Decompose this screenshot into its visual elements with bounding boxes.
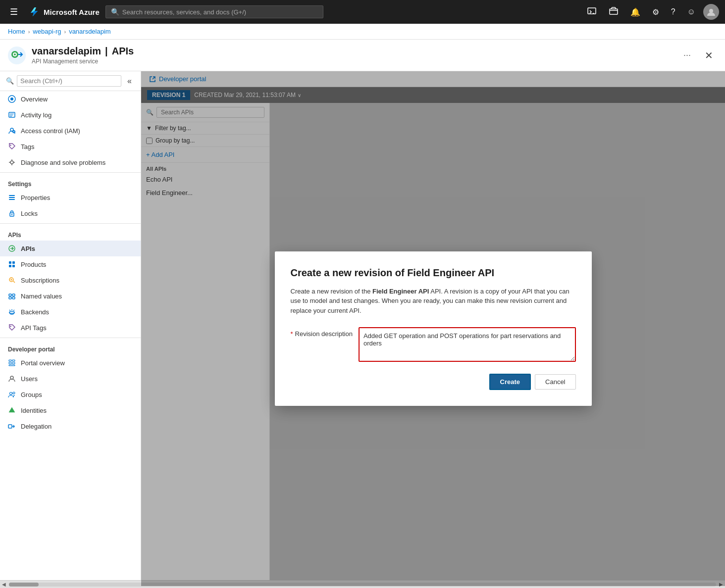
svg-point-35 — [10, 376, 13, 379]
hamburger-icon[interactable]: ☰ — [6, 4, 22, 19]
topbar: ☰ Microsoft Azure 🔍 Search resources, se… — [0, 0, 725, 24]
create-button[interactable]: Create — [489, 374, 531, 390]
modal-overlay: Create a new revision of Field Engineer … — [141, 87, 725, 586]
svg-rect-33 — [12, 362, 15, 364]
svg-point-28 — [9, 311, 14, 313]
sidebar-item-access-control[interactable]: Access control (IAM) — [0, 123, 141, 139]
scroll-left-arrow[interactable]: ◀ — [0, 582, 8, 587]
sidebar-item-groups[interactable]: Groups — [0, 387, 141, 402]
svg-rect-16 — [9, 199, 15, 200]
locks-icon — [8, 209, 16, 217]
sidebar-item-backends[interactable]: Backends — [0, 304, 141, 320]
sidebar: 🔍 « Overview Activity log Access control… — [0, 71, 141, 586]
breadcrumb-sep-2: › — [64, 29, 66, 35]
settings-icon[interactable]: ⚙ — [648, 4, 663, 20]
sidebar-item-named-values[interactable]: Named values — [0, 288, 141, 304]
svg-point-8 — [10, 98, 13, 100]
sidebar-item-locks[interactable]: Locks — [0, 205, 141, 221]
svg-rect-1 — [610, 9, 618, 14]
sidebar-item-label-portal-overview: Portal overview — [21, 359, 65, 367]
sidebar-item-users[interactable]: Users — [0, 371, 141, 387]
portal-overview-icon — [8, 359, 16, 367]
sidebar-item-diagnose[interactable]: Diagnose and solve problems — [0, 154, 141, 170]
sidebar-item-properties[interactable]: Properties — [0, 190, 141, 205]
cancel-button[interactable]: Cancel — [535, 374, 575, 390]
svg-point-18 — [11, 214, 12, 215]
sidebar-item-label-overview: Overview — [21, 96, 48, 103]
subscriptions-icon — [8, 276, 16, 284]
svg-rect-22 — [9, 265, 11, 267]
main-layout: 🔍 « Overview Activity log Access control… — [0, 71, 725, 586]
breadcrumb-home[interactable]: Home — [8, 28, 25, 35]
overview-icon — [8, 95, 16, 103]
cloud-shell-icon[interactable] — [583, 3, 601, 21]
search-placeholder-text: Search resources, services, and docs (G+… — [122, 8, 246, 16]
sidebar-item-apis[interactable]: APIs — [0, 241, 141, 256]
svg-rect-14 — [9, 195, 15, 196]
svg-rect-20 — [9, 261, 11, 264]
scrollbar-thumb[interactable] — [9, 583, 39, 587]
svg-point-2 — [709, 9, 713, 13]
field-label: * Revision description — [291, 327, 353, 338]
app-name: Microsoft Azure — [44, 8, 100, 16]
svg-rect-21 — [12, 261, 15, 264]
breadcrumb: Home › webapi-rg › vanarsdelapim — [0, 24, 725, 40]
field-label-text: Revision description — [295, 330, 353, 338]
products-icon — [8, 260, 16, 268]
svg-point-12 — [10, 145, 11, 146]
svg-rect-25 — [12, 294, 15, 296]
sidebar-item-activity-log[interactable]: Activity log — [0, 107, 141, 123]
section-name: APIs — [112, 46, 134, 57]
sidebar-item-api-tags[interactable]: API Tags — [0, 320, 141, 336]
sidebar-search-input[interactable] — [17, 75, 121, 87]
breadcrumb-current[interactable]: vanarsdelapim — [69, 28, 111, 35]
delegation-icon — [8, 422, 16, 430]
sidebar-item-label-api-tags: API Tags — [21, 324, 47, 332]
sidebar-item-label-apis: APIs — [21, 245, 35, 252]
apis-area: REVISION 1 CREATED Mar 29, 2021, 11:53:0… — [141, 87, 725, 586]
sidebar-collapse-button[interactable]: « — [124, 76, 135, 87]
help-icon[interactable]: ? — [667, 4, 679, 19]
sidebar-item-label-tags: Tags — [21, 143, 34, 150]
sidebar-item-label-delegation: Delegation — [21, 423, 52, 430]
create-revision-modal: Create a new revision of Field Engineer … — [275, 251, 592, 406]
directory-icon[interactable] — [605, 3, 622, 21]
close-button[interactable]: ✕ — [701, 48, 717, 63]
revision-description-input[interactable]: Added GET operation and POST operations … — [359, 327, 576, 362]
sidebar-item-identities[interactable]: Identities — [0, 402, 141, 418]
tags-icon — [8, 143, 16, 150]
modal-actions: Create Cancel — [291, 374, 576, 390]
apim-logo-icon — [8, 47, 26, 64]
notifications-icon[interactable]: 🔔 — [626, 4, 644, 20]
more-options-button[interactable]: ··· — [679, 48, 695, 62]
sidebar-item-label-products: Products — [21, 261, 46, 268]
search-icon: 🔍 — [111, 8, 119, 16]
settings-section-label: Settings — [0, 175, 141, 190]
sidebar-item-label-properties: Properties — [21, 194, 50, 201]
svg-rect-26 — [9, 297, 11, 299]
user-avatar[interactable] — [703, 4, 719, 20]
svg-point-13 — [10, 161, 13, 164]
breadcrumb-rg[interactable]: webapi-rg — [33, 28, 61, 35]
azure-logo-icon — [28, 6, 40, 18]
page-header: vanarsdelapim | APIs API Management serv… — [0, 40, 725, 71]
sidebar-item-overview[interactable]: Overview — [0, 91, 141, 107]
feedback-icon[interactable]: ☺ — [683, 4, 699, 19]
users-icon — [8, 375, 16, 383]
properties-icon — [8, 194, 16, 201]
diagnose-icon — [8, 158, 16, 166]
sidebar-item-subscriptions[interactable]: Subscriptions — [0, 272, 141, 288]
sidebar-item-label-users: Users — [21, 375, 38, 383]
sidebar-item-portal-overview[interactable]: Portal overview — [0, 355, 141, 371]
sidebar-item-delegation[interactable]: Delegation — [0, 418, 141, 434]
sidebar-item-tags[interactable]: Tags — [0, 139, 141, 154]
page-title: vanarsdelapim | APIs — [32, 46, 673, 57]
global-search[interactable]: 🔍 Search resources, services, and docs (… — [105, 5, 323, 18]
svg-rect-27 — [12, 297, 15, 299]
devportal-section-label: Developer portal — [0, 340, 141, 355]
app-logo: Microsoft Azure — [28, 6, 100, 18]
named-values-icon — [8, 292, 16, 300]
sidebar-item-products[interactable]: Products — [0, 256, 141, 272]
apis-section-label: APIs — [0, 226, 141, 241]
title-sep: | — [105, 46, 108, 57]
